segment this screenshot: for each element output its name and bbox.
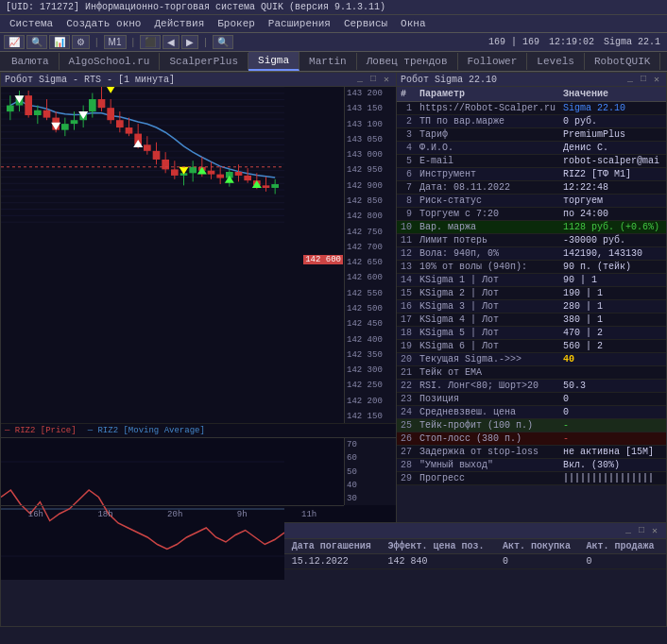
tab-currency[interactable]: Валюта [2, 53, 60, 70]
chart-minimize-btn[interactable]: _ [354, 74, 366, 85]
rsi-scale-label: 70 [347, 440, 394, 449]
positions-minimize-btn[interactable]: _ [623, 525, 634, 536]
toolbar-btn5[interactable]: ⬛ [140, 35, 161, 49]
row-param: Торгуем с 7:20 [416, 208, 559, 221]
row-param: E-mail [416, 155, 559, 168]
row-num: 16 [397, 300, 416, 314]
tab-follower[interactable]: Follower [458, 53, 528, 70]
main-chart-canvas [1, 87, 284, 229]
price-scale-label: 142 700 [347, 243, 394, 252]
tab-levels[interactable]: Levels [527, 53, 585, 70]
tab-algoschool[interactable]: AlgoSchool.ru [60, 53, 161, 70]
price-scale-label: 142 650 [347, 258, 394, 267]
table-row: 14 KSigma 1 | Лот 90 | 1 [397, 274, 666, 287]
row-num: 22 [397, 380, 416, 393]
table-row: 18 KSigma 5 | Лот 470 | 2 [397, 327, 666, 340]
menu-system[interactable]: Система [4, 17, 59, 30]
row-value: торгуем [559, 195, 666, 208]
toolbar-m1-btn[interactable]: 📈 [4, 35, 25, 49]
table-row: 24 Средневзвеш. цена 0 [397, 406, 666, 419]
chart-close-btn[interactable]: ✕ [381, 74, 392, 85]
row-value: Sigma 22.10 [559, 102, 666, 115]
robot-close-btn[interactable]: ✕ [651, 74, 662, 85]
tab-test[interactable]: Test [660, 53, 667, 70]
table-row: 29 Прогресс |||||||||||||||| [397, 472, 666, 485]
menu-create-window[interactable]: Создать окно [60, 17, 146, 30]
row-param: Стоп-лосс (380 п.) [416, 432, 559, 446]
table-row: 20 Текущая Sigma.->>> 40 [397, 353, 666, 366]
toolbar-btn2[interactable]: 🔍 [26, 35, 47, 49]
price-scale-label: 142 200 [347, 397, 394, 406]
tab-scalperplus[interactable]: ScalperPlus [160, 53, 248, 70]
row-param: Средневзвеш. цена [416, 406, 559, 419]
row-value: 142190, 143130 [559, 247, 666, 261]
toolbar-search[interactable]: 🔍 [213, 35, 233, 49]
row-value: 40 [559, 353, 666, 366]
legend-ma: — RIZ2 [Moving Average] [88, 426, 205, 435]
rsi-scale: 7060504030 [344, 438, 396, 505]
row-value: 0 [559, 393, 666, 406]
row-num: 9 [397, 208, 416, 221]
chart-maximize-btn[interactable]: □ [368, 74, 379, 85]
toolbar-btn7[interactable]: ▶ [181, 35, 198, 49]
row-param: Прогресс [416, 472, 559, 485]
menu-actions[interactable]: Действия [148, 17, 210, 30]
price-scale-label: 143 000 [347, 150, 394, 160]
menu-extensions[interactable]: Расширения [263, 17, 336, 30]
table-row: 27 Задержка от stop-loss не активна [15M… [397, 446, 666, 459]
menu-broker[interactable]: Брокер [212, 17, 261, 30]
current-price-label: 142 600 [303, 255, 343, 264]
table-row: 9 Торгуем с 7:20 по 24:00 [397, 208, 666, 221]
row-param: KSigma 3 | Лот [416, 300, 559, 314]
toolbar-btn6[interactable]: ◀ [162, 35, 180, 49]
tab-martin[interactable]: Martin [299, 53, 357, 70]
row-value: - [559, 419, 666, 432]
tab-sigma[interactable]: Sigma [248, 52, 299, 71]
menu-services[interactable]: Сервисы [338, 17, 393, 30]
positions-col-5[interactable]: Акт. покупка [499, 539, 582, 554]
row-num: 17 [397, 314, 416, 327]
positions-col-6[interactable]: Акт. продажа [583, 539, 666, 554]
price-scale-label: 143 050 [347, 135, 394, 144]
row-value: 1128 руб. (+0.6%) [559, 221, 666, 234]
positions-maximize-btn[interactable]: □ [636, 525, 647, 536]
toolbar-m1-label[interactable]: M1 [104, 35, 127, 49]
row-num: 15 [397, 287, 416, 300]
pos-sell: 0 [583, 554, 666, 569]
price-scale-label: 142 550 [347, 289, 394, 298]
time-label: 16h [28, 510, 43, 519]
toolbar-btn4[interactable]: ⚙ [72, 35, 90, 49]
row-num: 20 [397, 353, 416, 366]
positions-col-4[interactable]: Эффект. цена поз. [384, 539, 499, 554]
row-value: 50.3 [559, 380, 666, 393]
row-value: -30000 руб. [559, 234, 666, 247]
chart-legend: — RIZ2 [Price] — RIZ2 [Moving Average] [1, 423, 396, 437]
chart-controls: _ □ ✕ [354, 74, 392, 85]
price-scale-label: 142 900 [347, 181, 394, 191]
table-row: 25 Тейк-профит (100 п.) - [397, 419, 666, 432]
row-value: не активна [15M] [559, 446, 666, 459]
row-num: 29 [397, 472, 416, 485]
title-bar: [UID: 171272] Информационно-торговая сис… [0, 0, 667, 15]
positions-col-3[interactable]: Дата погашения [288, 539, 385, 554]
tab-robotquik[interactable]: RobotQUIK [585, 53, 660, 70]
chart-title-bar: Робот Sigma - RTS - [1 минута] _ □ ✕ [1, 73, 396, 87]
positions-close-btn[interactable]: ✕ [649, 525, 660, 536]
robot-maximize-btn[interactable]: □ [638, 74, 649, 85]
row-num: 19 [397, 340, 416, 353]
row-param: Инструмент [416, 168, 559, 181]
tab-trend-hunter[interactable]: Ловец трендов [357, 53, 458, 70]
row-param: KSigma 1 | Лот [416, 274, 559, 287]
toolbar-btn3[interactable]: 📊 [49, 35, 70, 49]
row-num: 1 [397, 102, 416, 115]
table-row: 2 ТП по вар.марже 0 руб. [397, 115, 666, 128]
row-value: 0 руб. [559, 115, 666, 128]
robot-panel: Робот Sigma 22.10 _ □ ✕ # Параметр Значе… [397, 72, 667, 523]
row-param: Текущая Sigma.->>> [416, 353, 559, 366]
row-num: 2 [397, 115, 416, 128]
positions-controls: _ □ ✕ [623, 525, 660, 536]
rsi-scale-label: 60 [347, 453, 394, 463]
robot-minimize-btn[interactable]: _ [624, 74, 636, 85]
menu-windows[interactable]: Окна [395, 17, 431, 30]
row-param: "Умный выход" [416, 459, 559, 472]
